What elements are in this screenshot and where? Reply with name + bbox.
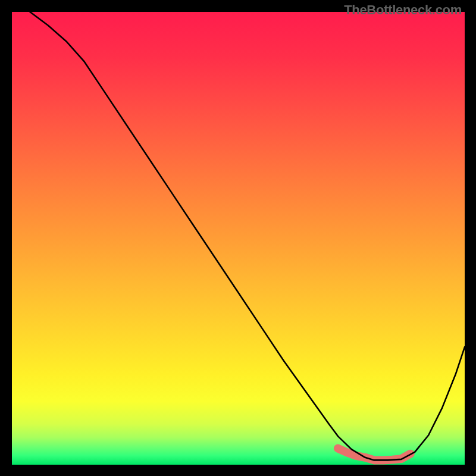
plot-area <box>12 12 465 465</box>
chart-frame: TheBottleneck.com <box>0 0 476 476</box>
chart-svg <box>12 12 465 465</box>
gradient-background <box>12 12 465 465</box>
watermark-text: TheBottleneck.com <box>344 2 462 18</box>
